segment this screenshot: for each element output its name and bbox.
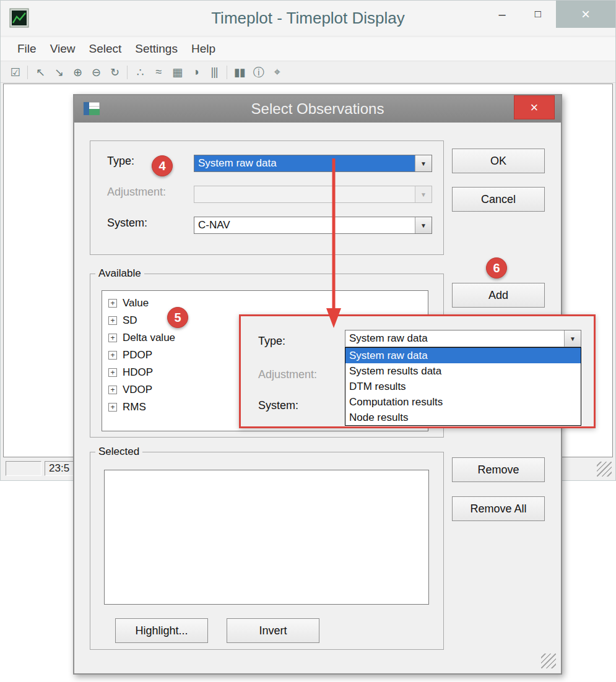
maximize-button[interactable]: □ bbox=[520, 1, 556, 28]
tree-item-label: RMS bbox=[123, 401, 146, 413]
chevron-down-icon[interactable]: ▼ bbox=[564, 330, 581, 347]
menu-select[interactable]: Select bbox=[82, 42, 128, 56]
close-button[interactable]: × bbox=[556, 1, 615, 28]
adjustment-combobox-value bbox=[194, 186, 415, 202]
dialog-resize-grip[interactable] bbox=[541, 654, 556, 668]
chevron-down-icon: ▼ bbox=[415, 186, 432, 202]
type-dropdown-callout-panel: Type: System raw data ▼ Adjustment: Syst… bbox=[239, 314, 596, 428]
adjustment-label: Adjustment: bbox=[107, 186, 166, 199]
chevron-down-icon[interactable]: ▼ bbox=[415, 155, 432, 171]
highlight-button[interactable]: Highlight... bbox=[115, 618, 208, 643]
expand-plus-icon[interactable]: + bbox=[108, 334, 117, 342]
dropdown-option-system-results-data[interactable]: System results data bbox=[345, 363, 581, 379]
overlay-type-combobox[interactable]: System raw data ▼ bbox=[345, 330, 581, 347]
zoom-in-icon[interactable]: ⊕ bbox=[68, 66, 87, 79]
menu-file[interactable]: File bbox=[11, 42, 43, 56]
callout-step-5: 5 bbox=[167, 307, 188, 328]
remove-button[interactable]: Remove bbox=[452, 457, 545, 482]
type-label: Type: bbox=[107, 155, 134, 168]
cancel-button[interactable]: Cancel bbox=[452, 187, 545, 212]
minimize-button[interactable]: – bbox=[484, 1, 520, 28]
pause-icon[interactable]: ▮▮ bbox=[230, 66, 249, 79]
ok-button[interactable]: OK bbox=[452, 149, 545, 173]
expand-plus-icon[interactable]: + bbox=[108, 403, 117, 412]
adjustment-combobox: ▼ bbox=[194, 186, 432, 203]
type-form-group: Type: System raw data ▼ Adjustment: ▼ Sy… bbox=[90, 140, 444, 255]
available-group-label: Available bbox=[95, 267, 144, 280]
overlay-type-label: Type: bbox=[258, 335, 285, 348]
ruler-icon[interactable]: ||| bbox=[205, 66, 223, 79]
overlay-type-combobox-value[interactable]: System raw data bbox=[345, 330, 564, 347]
report-check-icon[interactable]: ☑ bbox=[6, 66, 24, 79]
tree-item-label: Value bbox=[123, 297, 149, 309]
expand-plus-icon[interactable]: + bbox=[108, 386, 117, 394]
overlay-adjustment-label: Adjustment: bbox=[258, 368, 317, 381]
tree-item-label: Delta value bbox=[123, 332, 175, 344]
toolbar: ☑ ↖ ↘ ⊕ ⊖ ↻ ∴ ≈ ▦ ◑ ||| ▮▮ ⓘ ⌖ bbox=[1, 62, 615, 83]
expand-plus-icon[interactable]: + bbox=[108, 316, 117, 325]
menu-view[interactable]: View bbox=[43, 42, 82, 56]
window-resize-grip[interactable] bbox=[597, 462, 612, 477]
system-combobox[interactable]: C-NAV ▼ bbox=[194, 217, 432, 234]
zoom-out-icon[interactable]: ⊖ bbox=[87, 66, 105, 79]
menu-bar: File View Select Settings Help bbox=[1, 37, 615, 61]
screen: Timeplot - Timeplot Display – □ × File V… bbox=[0, 0, 616, 682]
window-titlebar[interactable]: Timeplot - Timeplot Display – □ × bbox=[1, 1, 615, 35]
pick-trace-icon[interactable]: ↖ bbox=[31, 66, 50, 79]
dropdown-option-computation-results[interactable]: Computation results bbox=[345, 394, 581, 410]
type-combobox[interactable]: System raw data ▼ bbox=[194, 155, 432, 172]
overlay-system-label: System: bbox=[258, 399, 298, 412]
expand-plus-icon[interactable]: + bbox=[108, 351, 117, 360]
pie-view-icon[interactable]: ◑ bbox=[186, 66, 205, 79]
menu-settings[interactable]: Settings bbox=[128, 42, 184, 56]
tree-item-label: HDOP bbox=[123, 366, 153, 379]
pick-area-icon[interactable]: ↘ bbox=[50, 66, 68, 79]
refresh-icon[interactable]: ↻ bbox=[105, 66, 124, 79]
cursor-target-icon[interactable]: ⌖ bbox=[267, 66, 286, 79]
dropdown-option-dtm-results[interactable]: DTM results bbox=[345, 379, 581, 394]
toolbar-separator bbox=[227, 66, 227, 79]
type-combobox-value[interactable]: System raw data bbox=[194, 155, 415, 171]
selected-group: Selected Highlight... Invert bbox=[90, 452, 444, 650]
status-cell bbox=[6, 461, 41, 476]
dialog-titlebar[interactable]: Select Observations × bbox=[74, 95, 561, 123]
tree-item-value[interactable]: + Value bbox=[102, 295, 428, 312]
invert-button[interactable]: Invert bbox=[227, 618, 319, 643]
selected-group-label: Selected bbox=[95, 446, 142, 458]
info-icon[interactable]: ⓘ bbox=[249, 65, 267, 80]
add-button[interactable]: Add bbox=[452, 283, 545, 308]
dialog-title: Select Observations bbox=[74, 95, 561, 123]
toolbar-separator bbox=[127, 66, 128, 79]
dropdown-option-system-raw-data[interactable]: System raw data bbox=[345, 348, 581, 363]
dropdown-option-node-results[interactable]: Node results bbox=[345, 410, 581, 425]
system-label: System: bbox=[107, 217, 147, 230]
remove-all-button[interactable]: Remove All bbox=[452, 496, 545, 521]
toolbar-separator bbox=[27, 66, 28, 79]
callout-step-4: 4 bbox=[152, 155, 173, 176]
grid-view-icon[interactable]: ▦ bbox=[168, 66, 186, 79]
tree-item-label: VDOP bbox=[123, 384, 152, 396]
expand-plus-icon[interactable]: + bbox=[108, 368, 117, 377]
line-plot-icon[interactable]: ≈ bbox=[149, 66, 168, 79]
tree-item-label: PDOP bbox=[123, 349, 152, 361]
scatter-plot-icon[interactable]: ∴ bbox=[131, 66, 149, 79]
system-combobox-value[interactable]: C-NAV bbox=[194, 217, 415, 233]
menu-help[interactable]: Help bbox=[184, 42, 222, 56]
callout-step-6: 6 bbox=[486, 257, 507, 278]
selected-list[interactable] bbox=[104, 470, 429, 605]
chevron-down-icon[interactable]: ▼ bbox=[415, 217, 432, 233]
type-dropdown-list: System raw data System results data DTM … bbox=[345, 347, 581, 426]
tree-item-label: SD bbox=[123, 314, 137, 327]
expand-plus-icon[interactable]: + bbox=[108, 299, 117, 308]
dialog-close-button[interactable]: × bbox=[514, 95, 555, 119]
